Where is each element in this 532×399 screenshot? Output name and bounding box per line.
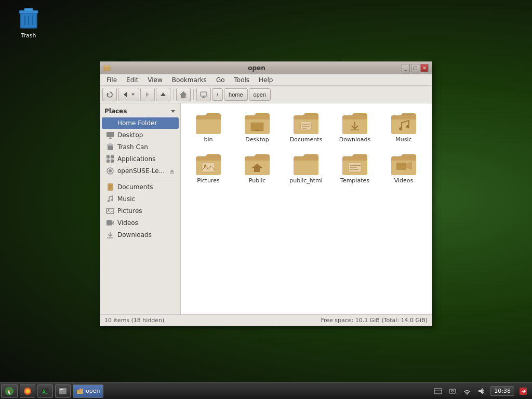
- sidebar: Places Home Folder Desktop: [100, 103, 181, 314]
- file-label-pictures: Pictures: [197, 177, 220, 184]
- folder-icon-downloads: [341, 111, 368, 136]
- taskbar-terminal[interactable]: $_: [37, 384, 53, 398]
- svg-rect-25: [107, 155, 110, 158]
- file-item-templates[interactable]: Templates: [331, 149, 378, 188]
- sidebar-item-desktop[interactable]: Desktop: [102, 129, 179, 141]
- svg-marker-8: [107, 93, 109, 95]
- sidebar-item-home-folder[interactable]: Home Folder: [102, 117, 179, 129]
- sidebar-item-opensuse[interactable]: openSUSE-Le...: [102, 165, 179, 177]
- desktop-icon: [106, 131, 114, 139]
- desktop-trash[interactable]: Trash: [10, 5, 47, 39]
- sidebar-item-music[interactable]: Music: [102, 193, 179, 205]
- sidebar-item-downloads[interactable]: Downloads: [102, 229, 179, 241]
- svg-rect-19: [107, 132, 114, 137]
- folder-icon-templates: [341, 152, 368, 177]
- taskbar-open-window[interactable]: open: [73, 384, 103, 398]
- svg-text:$_: $_: [43, 389, 48, 394]
- wifi-icon[interactable]: [461, 385, 473, 397]
- svg-marker-12: [161, 92, 166, 96]
- minimize-button[interactable]: _: [402, 64, 410, 72]
- svg-marker-11: [146, 92, 149, 97]
- trash-icon: [16, 5, 41, 30]
- menu-bookmarks[interactable]: Bookmarks: [168, 75, 211, 85]
- forward-button[interactable]: [140, 88, 155, 101]
- menu-tools[interactable]: Tools: [230, 75, 254, 85]
- file-label-videos: Videos: [394, 177, 414, 184]
- taskbar-firefox[interactable]: [20, 384, 35, 398]
- pictures-sidebar-icon: [106, 207, 114, 215]
- sidebar-item-trash-can[interactable]: Trash Can: [102, 141, 179, 153]
- svg-point-30: [109, 169, 112, 172]
- sidebar-item-pictures[interactable]: Pictures: [102, 205, 179, 217]
- sidebar-item-label-downloads: Downloads: [117, 231, 152, 238]
- sidebar-item-videos[interactable]: Videos: [102, 217, 179, 229]
- menu-edit[interactable]: Edit: [122, 75, 142, 85]
- sidebar-item-applications[interactable]: Applications: [102, 153, 179, 165]
- window-titlebar: open _ □ ✕: [100, 62, 432, 74]
- sidebar-places-header: Places: [100, 105, 180, 117]
- reload-button[interactable]: [102, 88, 117, 101]
- sidebar-item-label-applications: Applications: [117, 155, 155, 163]
- svg-point-38: [111, 199, 113, 201]
- volume-icon[interactable]: [476, 385, 487, 397]
- up-button[interactable]: [156, 88, 170, 101]
- svg-rect-32: [170, 172, 174, 174]
- firefox-icon: [23, 387, 32, 395]
- file-label-public: Public: [249, 177, 266, 184]
- maximize-button[interactable]: □: [411, 64, 419, 72]
- reload-icon: [106, 91, 113, 98]
- svg-rect-68: [60, 389, 63, 390]
- folder-icon-music: [390, 111, 417, 136]
- drive-svg-icon: [448, 387, 457, 395]
- menu-view[interactable]: View: [143, 75, 166, 85]
- computer-icon: [200, 91, 207, 98]
- file-item-bin[interactable]: bin: [185, 108, 232, 147]
- sidebar-item-label-documents: Documents: [117, 183, 153, 191]
- computer-button[interactable]: [196, 88, 211, 101]
- svg-rect-2: [24, 8, 33, 11]
- svg-marker-74: [478, 388, 483, 394]
- path-home[interactable]: home: [224, 88, 248, 101]
- file-item-pictures[interactable]: Pictures: [185, 149, 232, 188]
- taskbar-start[interactable]: 🐧: [1, 384, 18, 398]
- sidebar-dropdown-icon: [170, 108, 176, 114]
- file-item-videos[interactable]: Videos: [380, 149, 427, 188]
- sidebar-item-documents[interactable]: Documents: [102, 181, 179, 193]
- wifi-svg-icon: [463, 387, 471, 395]
- file-label-downloads: Downloads: [339, 136, 370, 143]
- path-open[interactable]: open: [249, 88, 271, 101]
- file-item-public[interactable]: Public: [234, 149, 281, 188]
- svg-rect-22: [108, 145, 113, 150]
- taskbar-files[interactable]: [55, 384, 71, 398]
- forward-icon: [144, 91, 151, 98]
- file-item-music[interactable]: Music: [380, 108, 427, 147]
- start-icon: 🐧: [5, 387, 14, 396]
- statusbar-space: Free space: 10.1 GiB (Total: 14.0 GiB): [321, 317, 428, 324]
- taskbar: 🐧 $_ open: [0, 382, 532, 399]
- file-item-desktop[interactable]: Desktop: [234, 108, 281, 147]
- statusbar: 10 items (18 hidden) Free space: 10.1 Gi…: [100, 314, 432, 326]
- downloads-sidebar-icon: [106, 231, 114, 239]
- clock[interactable]: 10:38: [490, 386, 514, 396]
- path-root[interactable]: /: [212, 88, 223, 101]
- drive-icon[interactable]: [447, 385, 458, 397]
- documents-sidebar-icon: [106, 183, 114, 191]
- network-svg-icon: [434, 387, 442, 395]
- home-button[interactable]: [176, 88, 191, 101]
- logout-icon[interactable]: [517, 385, 529, 397]
- folder-icon-bin: [195, 111, 222, 136]
- statusbar-items: 10 items (18 hidden): [104, 317, 164, 324]
- back-button[interactable]: [118, 88, 139, 101]
- svg-marker-17: [171, 110, 175, 113]
- menu-go[interactable]: Go: [212, 75, 229, 85]
- folder-taskbar-icon: [76, 388, 84, 395]
- menu-help[interactable]: Help: [255, 75, 277, 85]
- network-icon[interactable]: [432, 385, 444, 397]
- file-item-downloads[interactable]: Downloads: [331, 108, 378, 147]
- logout-svg-icon: [519, 387, 527, 395]
- menu-file[interactable]: File: [102, 75, 121, 85]
- file-item-documents[interactable]: Documents: [283, 108, 329, 147]
- close-button[interactable]: ✕: [420, 64, 429, 72]
- file-item-public-html[interactable]: public_html: [283, 149, 329, 188]
- svg-rect-46: [301, 122, 311, 130]
